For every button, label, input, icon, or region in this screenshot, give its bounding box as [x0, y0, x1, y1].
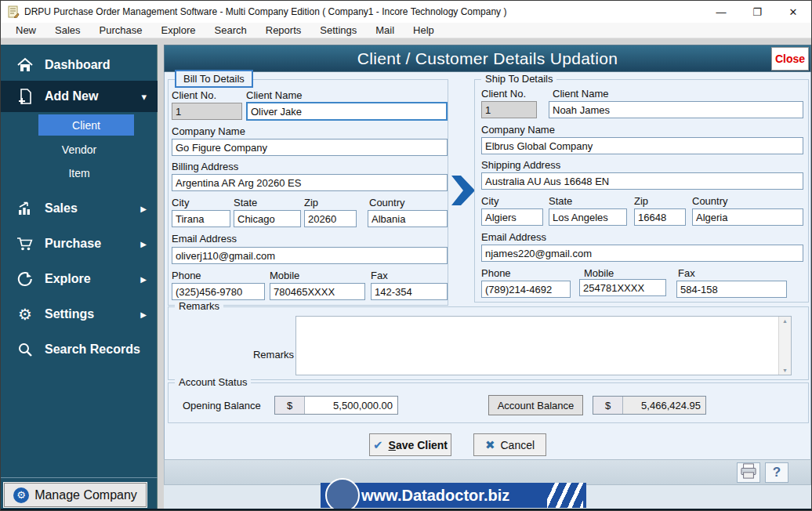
remarks-field[interactable] — [296, 317, 778, 375]
sidebar-item-label: Purchase — [45, 237, 101, 251]
copy-arrow-icon — [451, 176, 475, 208]
mobile-label: Mobile — [270, 270, 299, 281]
ship-mobile-field[interactable] — [579, 279, 666, 296]
email-label: Email Address — [481, 231, 546, 243]
arrow-right-icon: ▶ — [140, 275, 147, 284]
city-label: City — [481, 195, 498, 207]
company-name-label: Company Name — [481, 124, 555, 136]
menu-reports[interactable]: Reports — [256, 23, 311, 38]
scrollbar[interactable]: ▲ ▼ — [778, 317, 791, 375]
bill-to-section-title[interactable]: Bill To Details — [175, 70, 253, 88]
footer-strip: www.Datadoctor.biz — [164, 485, 811, 509]
client-no-label: Client No. — [172, 89, 216, 101]
sidebar-item-search-records[interactable]: Search Records — [1, 336, 158, 363]
cancel-button[interactable]: ✖ Cancel — [473, 433, 546, 456]
menu-new[interactable]: New — [6, 23, 45, 38]
account-status-section-title: Account Status — [175, 376, 251, 388]
sidebar-item-label: Search Records — [45, 342, 140, 357]
bill-mobile-field[interactable] — [270, 283, 365, 300]
sidebar-item-dashboard[interactable]: Dashboard — [1, 51, 158, 79]
mobile-label: Mobile — [584, 267, 614, 279]
website-link[interactable]: www.Datadoctor.biz — [361, 487, 509, 505]
arrow-right-icon: ▶ — [140, 205, 147, 213]
menu-settings[interactable]: Settings — [310, 23, 366, 38]
bill-company-name-field[interactable] — [172, 139, 448, 156]
ship-fax-field[interactable] — [676, 281, 787, 298]
bill-phone-field[interactable] — [172, 283, 265, 300]
email-label: Email Address — [172, 233, 237, 245]
menu-sales[interactable]: Sales — [45, 23, 90, 38]
menu-search[interactable]: Search — [205, 23, 256, 38]
ship-email-field[interactable] — [481, 245, 803, 262]
remarks-field-wrapper: ▲ ▼ — [295, 316, 792, 375]
gear-icon: ⚙ — [15, 306, 35, 322]
opening-balance-value[interactable]: 5,500,000.00 — [305, 397, 397, 414]
shipping-address-label: Shipping Address — [481, 159, 560, 171]
sidebar-item-vendor[interactable]: Vendor — [1, 140, 158, 159]
account-status-group: Account Status Opening Balance $ 5,500,0… — [168, 382, 809, 423]
currency-symbol: $ — [593, 397, 623, 414]
sidebar-item-label: Client — [72, 119, 100, 132]
website-banner[interactable]: www.Datadoctor.biz — [321, 483, 586, 508]
bill-zip-field[interactable] — [304, 210, 357, 227]
shipping-address-field[interactable] — [481, 172, 803, 190]
scroll-down-icon[interactable]: ▼ — [782, 368, 788, 373]
scroll-up-icon[interactable]: ▲ — [782, 318, 788, 324]
sidebar-item-settings[interactable]: ⚙ Settings ▶ — [1, 301, 158, 328]
remarks-group: Remarks Remarks ▲ ▼ — [168, 306, 809, 380]
bill-country-field[interactable] — [368, 210, 448, 227]
ship-company-name-field[interactable] — [481, 137, 803, 154]
explore-pie-icon — [15, 271, 35, 287]
window-title: DRPU Purchase Order Management Software … — [24, 6, 506, 17]
sidebar-item-sales[interactable]: Sales ▶ — [1, 195, 158, 222]
home-icon — [15, 57, 35, 73]
ship-state-field[interactable] — [549, 208, 627, 226]
save-client-button[interactable]: ✔ Save Client — [369, 433, 451, 456]
search-icon — [15, 342, 35, 357]
bill-state-field[interactable] — [234, 210, 301, 227]
check-icon: ✔ — [373, 438, 383, 452]
menu-purchase[interactable]: Purchase — [90, 23, 152, 38]
bill-fax-field[interactable] — [371, 283, 448, 300]
help-button[interactable]: ? — [765, 462, 788, 483]
bill-client-name-field[interactable] — [246, 102, 448, 121]
close-button[interactable]: Close — [771, 47, 809, 71]
sidebar-item-add-new[interactable]: Add New ▾ — [1, 81, 158, 112]
bill-email-field[interactable] — [172, 247, 448, 264]
sidebar-item-explore[interactable]: Explore ▶ — [1, 266, 158, 292]
ship-to-group: Ship To Details Client No. Client Name C… — [474, 79, 809, 303]
sidebar-item-item[interactable]: Item — [1, 164, 158, 183]
menu-help[interactable]: Help — [404, 23, 444, 38]
sidebar-item-label: Dashboard — [45, 58, 111, 72]
ship-zip-field[interactable] — [634, 208, 686, 226]
sidebar-item-label: Sales — [45, 201, 78, 216]
status-strip: ? — [164, 459, 811, 485]
ship-country-field[interactable] — [692, 208, 803, 226]
sidebar-item-purchase[interactable]: Purchase ▶ — [1, 230, 158, 257]
sidebar-item-label: Add New — [45, 89, 98, 103]
opening-balance-field[interactable]: $ 5,500,000.00 — [274, 396, 398, 415]
account-balance-value: 5,466,424.95 — [623, 397, 705, 414]
printer-icon — [740, 463, 757, 482]
gear-icon: ⚙ — [13, 487, 29, 503]
sidebar-item-client[interactable]: Client — [38, 114, 134, 136]
minimize-button[interactable]: — — [703, 1, 739, 23]
billing-address-field[interactable] — [172, 174, 448, 191]
page-title: Client / Customer Details Updation — [357, 49, 618, 68]
ship-client-name-field[interactable] — [549, 101, 803, 118]
print-button[interactable] — [737, 462, 760, 483]
menu-mail[interactable]: Mail — [366, 23, 404, 38]
ship-city-field[interactable] — [481, 208, 543, 226]
help-icon: ? — [773, 465, 781, 480]
close-window-button[interactable]: ✕ — [775, 1, 811, 23]
account-balance-button[interactable]: Account Balance — [488, 395, 583, 415]
menu-explore[interactable]: Explore — [151, 23, 205, 38]
manage-company-label: Manage Company — [34, 488, 137, 502]
banner-logo-circle — [325, 478, 360, 511]
ship-phone-field[interactable] — [481, 281, 571, 298]
ship-to-section-title: Ship To Details — [481, 73, 556, 85]
manage-company-button[interactable]: ⚙ Manage Company — [4, 483, 147, 507]
bill-city-field[interactable] — [172, 210, 230, 227]
account-balance-field: $ 5,466,424.95 — [593, 396, 706, 415]
maximize-button[interactable]: ❐ — [739, 1, 775, 23]
